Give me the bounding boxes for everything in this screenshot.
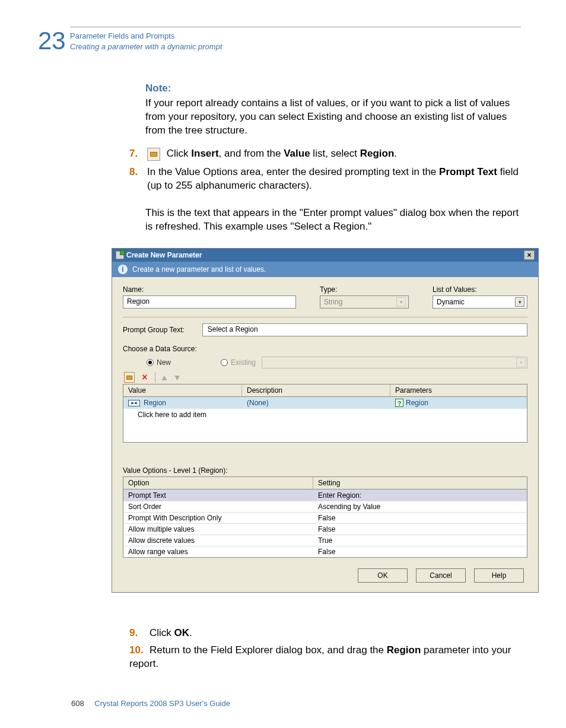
- delete-icon[interactable]: ×: [139, 372, 150, 383]
- step-7-num: 7.: [129, 147, 147, 161]
- cancel-button[interactable]: Cancel: [416, 568, 466, 583]
- note-label: Note:: [145, 82, 522, 96]
- step-7-region: Region: [360, 148, 395, 159]
- footer-title: Crystal Reports 2008 SP3 User's Guide: [94, 699, 230, 708]
- vo-row-range[interactable]: Allow range values False: [123, 546, 527, 557]
- step-7-value: Value: [284, 148, 310, 159]
- arrow-down-icon: ▼: [173, 373, 182, 382]
- chevron-down-icon: ▾: [396, 297, 406, 307]
- step-9-pre: Click: [150, 627, 174, 638]
- vo-set: Ascending by Value: [313, 501, 527, 512]
- vo-header: Option Setting: [123, 477, 527, 489]
- vo-row-prompt-text[interactable]: Prompt Text Enter Region:: [123, 489, 527, 501]
- type-value: String: [324, 298, 342, 306]
- vr-add-text: Click here to add item: [123, 409, 242, 421]
- vo-opt: Prompt Text: [123, 490, 313, 501]
- step-8-followup: This is the text that appears in the "En…: [145, 206, 522, 234]
- vo-set: False: [313, 546, 527, 557]
- field-icon: [128, 400, 140, 406]
- step-7-insert: Insert: [191, 148, 218, 159]
- prompt-group-text-row: Prompt Group Text: Select a Region: [123, 323, 527, 336]
- value-table-header: Value Description Parameters: [123, 384, 527, 397]
- create-new-parameter-dialog: Create New Parameter × i Create a new pa…: [112, 248, 539, 593]
- step-8-pre: In the Value Options area, enter the des…: [147, 166, 439, 177]
- type-select: String ▾: [320, 295, 409, 309]
- value-row-add[interactable]: Click here to add item: [123, 409, 527, 421]
- step-9: 9.Click OK.: [129, 627, 521, 640]
- chapter-number: 23: [38, 28, 66, 53]
- chevron-down-icon[interactable]: ▾: [515, 297, 524, 307]
- vo-row-sort-order[interactable]: Sort Order Ascending by Value: [123, 501, 527, 512]
- value-table: Value Description Parameters Region (Non…: [123, 384, 527, 443]
- radio-new-label: New: [157, 358, 171, 367]
- help-button[interactable]: Help: [474, 568, 524, 583]
- vr-value: Region: [144, 399, 166, 407]
- close-button[interactable]: ×: [524, 250, 535, 260]
- info-text: Create a new parameter and list of value…: [132, 265, 266, 274]
- step-8-prompt-text: Prompt Text: [439, 166, 497, 177]
- vo-opt: Allow multiple values: [123, 524, 313, 535]
- radio-dot-icon: [221, 359, 228, 366]
- vr-desc: (None): [242, 397, 390, 409]
- name-label: Name:: [123, 285, 296, 294]
- header-subtitle: Creating a parameter with a dynamic prom…: [70, 42, 222, 52]
- ok-button[interactable]: OK: [358, 568, 408, 583]
- dialog-title-icon: [116, 251, 124, 259]
- vo-set: Enter Region:: [313, 490, 527, 501]
- header-block: Parameter Fields and Prompts Creating a …: [70, 31, 222, 52]
- parameter-icon: ?: [395, 399, 403, 407]
- vo-set: False: [313, 513, 527, 523]
- vo-opt: Prompt With Description Only: [123, 513, 313, 523]
- lov-column: List of Values: Dynamic ▾: [433, 285, 527, 309]
- header-rule: [70, 27, 521, 27]
- value-row-region[interactable]: Region (None) ?Region: [123, 397, 527, 409]
- radio-dot-icon: [147, 359, 154, 366]
- vth-parameters[interactable]: Parameters: [390, 384, 527, 396]
- step-7-mid2: list, select: [310, 148, 360, 159]
- radio-existing-label: Existing: [231, 358, 256, 367]
- pgt-label: Prompt Group Text:: [123, 326, 185, 334]
- tail-steps: 9.Click OK. 10.Return to the Field Explo…: [129, 627, 521, 675]
- note-body: If your report already contains a list o…: [145, 97, 522, 138]
- lov-value: Dynamic: [437, 298, 465, 306]
- step-10-pre: Return to the Field Explorer dialog box,…: [150, 644, 387, 656]
- insert-icon[interactable]: [124, 372, 135, 383]
- existing-dropdown: ▾: [262, 357, 527, 368]
- dialog-titlebar[interactable]: Create New Parameter ×: [112, 249, 538, 262]
- vth-value[interactable]: Value: [123, 384, 242, 396]
- step-7: 7. Click Insert, and from the Value list…: [129, 147, 522, 161]
- step-7-post: .: [394, 148, 397, 159]
- ds-options: New Existing ▾: [147, 357, 527, 368]
- vo-opt: Allow discrete values: [123, 535, 313, 546]
- toolbar-row: × ▲ ▼: [124, 372, 527, 383]
- footer: 608 Crystal Reports 2008 SP3 User's Guid…: [71, 699, 230, 708]
- lov-select[interactable]: Dynamic ▾: [433, 295, 527, 309]
- type-label: Type:: [320, 285, 409, 294]
- pgt-input[interactable]: Select a Region: [202, 323, 527, 336]
- vo-row-discrete[interactable]: Allow discrete values True: [123, 535, 527, 546]
- vo-h-option[interactable]: Option: [123, 477, 313, 489]
- step-9-num: 9.: [129, 627, 150, 640]
- dialog-title-text: Create New Parameter: [126, 251, 202, 259]
- step-7-mid: , and from the: [219, 148, 284, 159]
- step-8: 8. In the Value Options area, enter the …: [129, 166, 522, 193]
- radio-existing: Existing: [221, 358, 256, 367]
- name-input[interactable]: Region: [123, 295, 296, 309]
- dialog-buttons: OK Cancel Help: [123, 568, 524, 583]
- step-8-body: In the Value Options area, enter the des…: [147, 166, 522, 193]
- vo-h-setting[interactable]: Setting: [313, 477, 527, 489]
- step-9-post: .: [189, 627, 192, 638]
- vo-row-multiple[interactable]: Allow multiple values False: [123, 523, 527, 535]
- vo-opt: Allow range values: [123, 546, 313, 557]
- radio-new[interactable]: New: [147, 358, 171, 367]
- step-10: 10.Return to the Field Explorer dialog b…: [129, 644, 521, 671]
- vo-opt: Sort Order: [123, 501, 313, 512]
- toolbar-divider: [155, 372, 155, 383]
- page-number: 608: [71, 699, 84, 708]
- vth-description[interactable]: Description: [242, 384, 390, 396]
- step-9-ok: OK: [174, 627, 190, 638]
- vo-row-desc-only[interactable]: Prompt With Description Only False: [123, 512, 527, 523]
- vo-set: True: [313, 535, 527, 546]
- note-block: Note: If your report already contains a …: [145, 82, 522, 138]
- separator: [123, 317, 527, 317]
